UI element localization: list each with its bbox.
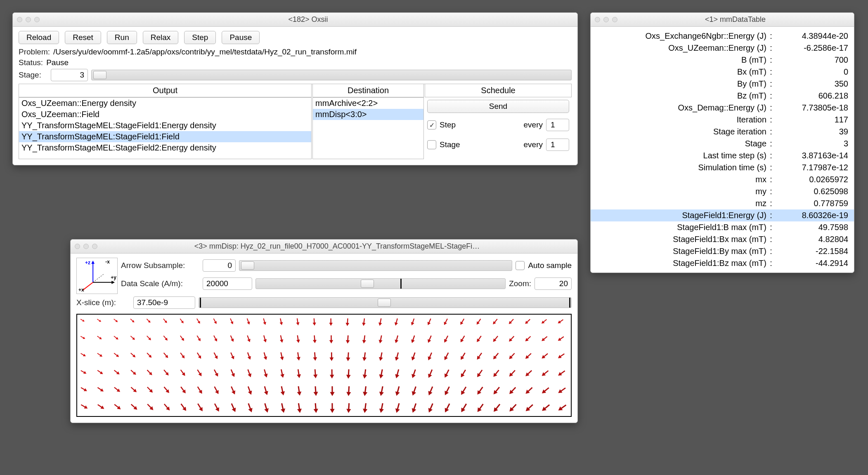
output-item[interactable]: YY_TransformStageMEL:StageField2:Energy … (19, 142, 311, 153)
data-row[interactable]: Oxs_Exchange6Ngbr::Energy (J):4.38944e-2… (591, 30, 854, 42)
svg-marker-169 (426, 356, 431, 361)
vector-arrow (489, 383, 504, 398)
data-row[interactable]: Bx (mT):0 (591, 66, 854, 78)
minimize-icon[interactable] (83, 244, 89, 249)
close-icon[interactable] (17, 17, 22, 22)
data-row[interactable]: Oxs_Demag::Energy (J):7.73805e-18 (591, 102, 854, 114)
colon: : (768, 163, 774, 172)
data-row[interactable]: my:0.625098 (591, 186, 854, 198)
data-row[interactable]: Stage:3 (591, 138, 854, 150)
data-row[interactable]: mx:0.0265972 (591, 174, 854, 186)
vector-arrow (111, 333, 121, 342)
data-row[interactable]: mz:0.778759 (591, 198, 854, 209)
svg-marker-365 (557, 406, 563, 412)
data-row[interactable]: StageField1:Energy (J):8.60326e-19 (591, 209, 854, 221)
step-button[interactable]: Step (184, 31, 216, 44)
step-every-input[interactable] (546, 119, 569, 131)
zoom-label: Zoom: (509, 279, 531, 288)
vector-field-canvas[interactable] (76, 314, 572, 417)
svg-marker-269 (264, 391, 270, 396)
datatable-titlebar[interactable]: <1> mmDataTable (591, 13, 854, 27)
xslice-input[interactable] (133, 296, 195, 309)
relax-button[interactable]: Relax (143, 31, 179, 44)
data-row[interactable]: By (mT):350 (591, 78, 854, 90)
vector-arrow (95, 350, 104, 360)
svg-marker-51 (442, 322, 447, 326)
data-row[interactable]: Iteration:117 (591, 114, 854, 126)
window-controls[interactable] (595, 17, 617, 22)
vector-arrow (176, 400, 191, 414)
zoom-icon[interactable] (92, 244, 97, 249)
schedule-header: Schedule (425, 84, 572, 97)
output-item[interactable]: Oxs_UZeeman::Field (19, 109, 311, 120)
data-row[interactable]: StageField1:Bz max (mT):-44.2914 (591, 257, 854, 269)
vector-arrow (128, 316, 136, 325)
data-key: Last time step (s) (596, 151, 768, 160)
run-button[interactable]: Run (107, 31, 137, 44)
vector-arrow (78, 333, 87, 342)
arrow-subsample-slider[interactable] (239, 260, 512, 271)
stage-input[interactable] (51, 69, 88, 81)
vector-arrow (407, 400, 422, 415)
step-checkbox[interactable] (427, 120, 436, 129)
data-row[interactable]: Bz (mT):606.218 (591, 90, 854, 102)
stage-checkbox[interactable] (427, 140, 436, 149)
oxsii-titlebar[interactable]: <182> Oxsii (13, 13, 577, 27)
data-row[interactable]: StageField1:Bx max (mT):4.82804 (591, 233, 854, 245)
window-controls[interactable] (75, 244, 97, 249)
output-item[interactable]: YY_TransformStageMEL:StageField1:Energy … (19, 120, 311, 131)
svg-marker-7 (82, 320, 85, 322)
data-row[interactable]: StageField1:By max (mT):-22.1584 (591, 245, 854, 257)
svg-marker-329 (265, 408, 270, 413)
stage-slider[interactable] (91, 70, 572, 80)
vector-arrow (176, 383, 190, 397)
vector-arrow (144, 350, 155, 361)
close-icon[interactable] (75, 244, 80, 249)
data-row[interactable]: Simulation time (s):7.17987e-12 (591, 162, 854, 174)
destination-item[interactable]: mmDisp<3:0> (313, 109, 423, 120)
mmdisp-titlebar[interactable]: <3> mmDisp: Hyz_02_run_file00_H7000_AC00… (71, 240, 577, 254)
data-scale-slider[interactable] (255, 278, 506, 289)
destination-list[interactable]: mmArchive<2:2>mmDisp<3:0> (312, 97, 424, 159)
auto-sample-checkbox[interactable] (516, 261, 525, 270)
arrow-subsample-input[interactable] (203, 259, 236, 272)
minimize-icon[interactable] (26, 17, 31, 22)
svg-marker-89 (263, 339, 267, 343)
data-scale-input[interactable] (203, 277, 252, 290)
minimize-icon[interactable] (603, 17, 609, 22)
output-list[interactable]: Oxs_UZeeman::Energy densityOxs_UZeeman::… (19, 97, 312, 159)
output-item[interactable]: YY_TransformStageMEL:StageField1:Field (19, 131, 311, 142)
reset-button[interactable]: Reset (65, 31, 101, 44)
output-item[interactable]: Oxs_UZeeman::Energy density (19, 98, 311, 109)
svg-marker-323 (215, 407, 221, 412)
xslice-slider[interactable] (199, 297, 572, 308)
zoom-icon[interactable] (612, 17, 617, 22)
zoom-icon[interactable] (34, 17, 40, 22)
vector-arrow (489, 366, 504, 380)
window-controls[interactable] (17, 17, 40, 22)
vector-arrow (310, 401, 322, 414)
vector-arrow (310, 384, 322, 397)
vector-arrow (128, 350, 138, 360)
svg-marker-309 (100, 405, 105, 410)
data-row[interactable]: StageField1:B max (mT):49.7598 (591, 221, 854, 233)
vector-arrow (343, 317, 352, 327)
stage-every-input[interactable] (546, 139, 569, 151)
data-row[interactable]: Last time step (s):3.87163e-14 (591, 150, 854, 162)
zoom-input[interactable] (535, 277, 572, 290)
svg-marker-127 (83, 354, 86, 357)
svg-marker-231 (443, 373, 448, 379)
destination-item[interactable]: mmArchive<2:2> (313, 98, 423, 109)
reload-button[interactable]: Reload (19, 31, 59, 44)
vector-arrow (555, 400, 570, 415)
data-row[interactable]: Stage iteration:39 (591, 126, 854, 138)
pause-button[interactable]: Pause (222, 31, 260, 44)
send-button[interactable]: Send (427, 100, 569, 113)
data-key: Oxs_UZeeman::Energy (J) (596, 43, 768, 53)
axis-orientation-widget[interactable]: +z +y +x -x (76, 258, 118, 294)
vector-arrow (555, 349, 568, 362)
close-icon[interactable] (595, 17, 600, 22)
data-row[interactable]: B (mT):700 (591, 54, 854, 66)
svg-marker-229 (427, 374, 432, 379)
data-row[interactable]: Oxs_UZeeman::Energy (J):-6.2586e-17 (591, 42, 854, 54)
